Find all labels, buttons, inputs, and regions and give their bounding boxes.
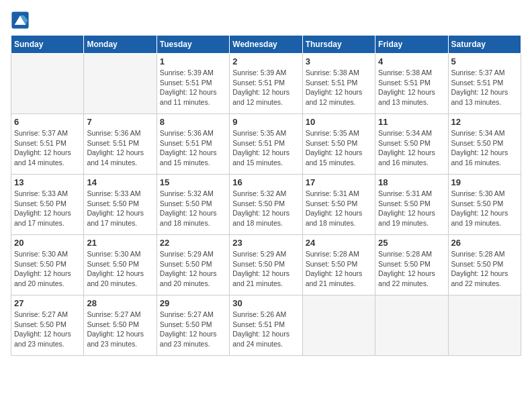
calendar-cell: 20Sunrise: 5:30 AMSunset: 5:50 PMDayligh… <box>11 235 84 295</box>
day-number: 25 <box>378 238 445 248</box>
calendar: SundayMondayTuesdayWednesdayThursdayFrid… <box>11 35 521 356</box>
day-number: 19 <box>451 177 518 187</box>
day-number: 5 <box>451 56 518 66</box>
day-info: Sunrise: 5:33 AMSunset: 5:50 PMDaylight:… <box>14 189 81 228</box>
day-info: Sunrise: 5:29 AMSunset: 5:50 PMDaylight:… <box>160 249 226 289</box>
day-number: 3 <box>306 56 372 66</box>
day-number: 1 <box>160 56 226 66</box>
day-number: 6 <box>14 117 81 127</box>
day-header-sunday: Sunday <box>11 36 84 54</box>
day-info: Sunrise: 5:31 AMSunset: 5:50 PMDaylight:… <box>306 189 372 228</box>
calendar-cell: 6Sunrise: 5:37 AMSunset: 5:51 PMDaylight… <box>11 114 84 175</box>
calendar-week-1: 1Sunrise: 5:39 AMSunset: 5:51 PMDaylight… <box>11 54 521 114</box>
day-number: 20 <box>14 238 81 248</box>
day-number: 28 <box>87 298 153 308</box>
day-number: 2 <box>232 56 299 66</box>
calendar-cell: 29Sunrise: 5:27 AMSunset: 5:50 PMDayligh… <box>157 295 229 356</box>
day-info: Sunrise: 5:31 AMSunset: 5:50 PMDaylight:… <box>378 189 445 228</box>
day-info: Sunrise: 5:39 AMSunset: 5:51 PMDaylight:… <box>160 68 226 107</box>
day-info: Sunrise: 5:38 AMSunset: 5:51 PMDaylight:… <box>306 68 372 107</box>
day-number: 8 <box>160 117 226 127</box>
calendar-cell: 26Sunrise: 5:28 AMSunset: 5:50 PMDayligh… <box>448 235 521 295</box>
day-number: 27 <box>14 298 81 308</box>
calendar-cell <box>84 54 157 114</box>
day-number: 29 <box>160 298 226 308</box>
calendar-cell: 22Sunrise: 5:29 AMSunset: 5:50 PMDayligh… <box>157 235 229 295</box>
calendar-cell: 27Sunrise: 5:27 AMSunset: 5:50 PMDayligh… <box>11 295 84 356</box>
day-number: 22 <box>160 238 226 248</box>
calendar-cell: 13Sunrise: 5:33 AMSunset: 5:50 PMDayligh… <box>11 175 84 235</box>
day-info: Sunrise: 5:35 AMSunset: 5:51 PMDaylight:… <box>232 128 299 168</box>
day-info: Sunrise: 5:28 AMSunset: 5:50 PMDaylight:… <box>378 249 445 289</box>
day-header-tuesday: Tuesday <box>157 36 229 54</box>
day-number: 18 <box>378 177 445 187</box>
day-number: 7 <box>87 117 153 127</box>
calendar-cell: 18Sunrise: 5:31 AMSunset: 5:50 PMDayligh… <box>375 175 448 235</box>
calendar-cell: 30Sunrise: 5:26 AMSunset: 5:51 PMDayligh… <box>230 295 302 356</box>
day-info: Sunrise: 5:36 AMSunset: 5:51 PMDaylight:… <box>160 128 226 168</box>
calendar-cell: 14Sunrise: 5:33 AMSunset: 5:50 PMDayligh… <box>84 175 157 235</box>
day-number: 23 <box>232 238 299 248</box>
calendar-week-5: 27Sunrise: 5:27 AMSunset: 5:50 PMDayligh… <box>11 295 521 356</box>
day-info: Sunrise: 5:28 AMSunset: 5:50 PMDaylight:… <box>451 249 518 289</box>
day-info: Sunrise: 5:34 AMSunset: 5:50 PMDaylight:… <box>451 128 518 168</box>
calendar-header-row: SundayMondayTuesdayWednesdayThursdayFrid… <box>11 36 521 54</box>
day-info: Sunrise: 5:34 AMSunset: 5:50 PMDaylight:… <box>378 128 445 168</box>
day-header-friday: Friday <box>375 36 448 54</box>
day-info: Sunrise: 5:26 AMSunset: 5:51 PMDaylight:… <box>232 310 299 349</box>
day-number: 30 <box>232 298 299 308</box>
day-info: Sunrise: 5:37 AMSunset: 5:51 PMDaylight:… <box>14 128 81 168</box>
day-info: Sunrise: 5:27 AMSunset: 5:50 PMDaylight:… <box>160 310 226 349</box>
calendar-cell: 24Sunrise: 5:28 AMSunset: 5:50 PMDayligh… <box>302 235 375 295</box>
calendar-cell: 16Sunrise: 5:32 AMSunset: 5:50 PMDayligh… <box>230 175 302 235</box>
day-header-thursday: Thursday <box>302 36 375 54</box>
day-number: 14 <box>87 177 153 187</box>
day-info: Sunrise: 5:36 AMSunset: 5:51 PMDaylight:… <box>87 128 153 168</box>
day-number: 16 <box>232 177 299 187</box>
calendar-cell: 10Sunrise: 5:35 AMSunset: 5:50 PMDayligh… <box>302 114 375 175</box>
calendar-cell: 12Sunrise: 5:34 AMSunset: 5:50 PMDayligh… <box>448 114 521 175</box>
day-header-monday: Monday <box>84 36 157 54</box>
day-number: 15 <box>160 177 226 187</box>
calendar-cell: 25Sunrise: 5:28 AMSunset: 5:50 PMDayligh… <box>375 235 448 295</box>
calendar-cell <box>448 295 521 356</box>
calendar-cell: 3Sunrise: 5:38 AMSunset: 5:51 PMDaylight… <box>302 54 375 114</box>
day-info: Sunrise: 5:39 AMSunset: 5:51 PMDaylight:… <box>232 68 299 107</box>
day-info: Sunrise: 5:35 AMSunset: 5:50 PMDaylight:… <box>306 128 372 168</box>
day-number: 10 <box>306 117 372 127</box>
calendar-cell: 11Sunrise: 5:34 AMSunset: 5:50 PMDayligh… <box>375 114 448 175</box>
calendar-week-4: 20Sunrise: 5:30 AMSunset: 5:50 PMDayligh… <box>11 235 521 295</box>
calendar-cell: 19Sunrise: 5:30 AMSunset: 5:50 PMDayligh… <box>448 175 521 235</box>
day-header-saturday: Saturday <box>448 36 521 54</box>
day-info: Sunrise: 5:30 AMSunset: 5:50 PMDaylight:… <box>14 249 81 289</box>
day-info: Sunrise: 5:27 AMSunset: 5:50 PMDaylight:… <box>87 310 153 349</box>
day-info: Sunrise: 5:28 AMSunset: 5:50 PMDaylight:… <box>306 249 372 289</box>
calendar-cell: 15Sunrise: 5:32 AMSunset: 5:50 PMDayligh… <box>157 175 229 235</box>
day-number: 9 <box>232 117 299 127</box>
calendar-week-2: 6Sunrise: 5:37 AMSunset: 5:51 PMDaylight… <box>11 114 521 175</box>
day-number: 12 <box>451 117 518 127</box>
day-info: Sunrise: 5:37 AMSunset: 5:51 PMDaylight:… <box>451 68 518 107</box>
day-info: Sunrise: 5:27 AMSunset: 5:50 PMDaylight:… <box>14 310 81 349</box>
day-number: 13 <box>14 177 81 187</box>
calendar-cell: 9Sunrise: 5:35 AMSunset: 5:51 PMDaylight… <box>230 114 302 175</box>
day-number: 24 <box>306 238 372 248</box>
calendar-cell: 4Sunrise: 5:38 AMSunset: 5:51 PMDaylight… <box>375 54 448 114</box>
day-info: Sunrise: 5:38 AMSunset: 5:51 PMDaylight:… <box>378 68 445 107</box>
calendar-cell: 2Sunrise: 5:39 AMSunset: 5:51 PMDaylight… <box>230 54 302 114</box>
day-number: 21 <box>87 238 153 248</box>
calendar-cell: 17Sunrise: 5:31 AMSunset: 5:50 PMDayligh… <box>302 175 375 235</box>
calendar-cell: 21Sunrise: 5:30 AMSunset: 5:50 PMDayligh… <box>84 235 157 295</box>
calendar-cell: 23Sunrise: 5:29 AMSunset: 5:50 PMDayligh… <box>230 235 302 295</box>
calendar-cell <box>375 295 448 356</box>
day-info: Sunrise: 5:32 AMSunset: 5:50 PMDaylight:… <box>160 189 226 228</box>
day-info: Sunrise: 5:29 AMSunset: 5:50 PMDaylight:… <box>232 249 299 289</box>
header <box>11 11 521 30</box>
day-info: Sunrise: 5:32 AMSunset: 5:50 PMDaylight:… <box>232 189 299 228</box>
calendar-cell: 8Sunrise: 5:36 AMSunset: 5:51 PMDaylight… <box>157 114 229 175</box>
calendar-week-3: 13Sunrise: 5:33 AMSunset: 5:50 PMDayligh… <box>11 175 521 235</box>
logo <box>11 11 32 30</box>
calendar-cell <box>11 54 84 114</box>
day-info: Sunrise: 5:33 AMSunset: 5:50 PMDaylight:… <box>87 189 153 228</box>
day-number: 11 <box>378 117 445 127</box>
